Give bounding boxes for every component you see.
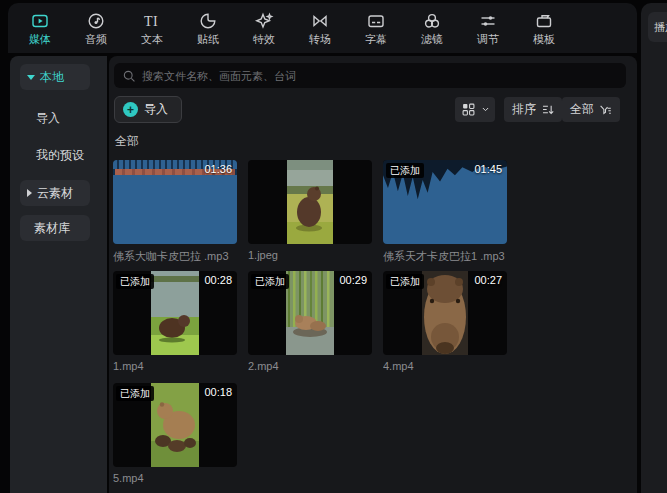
duration-label: 00:29 xyxy=(339,274,367,286)
file-name: 5.mp4 xyxy=(113,472,237,484)
search-input[interactable] xyxy=(142,70,618,82)
transition-icon xyxy=(310,11,330,31)
template-icon xyxy=(534,11,554,31)
file-name: 2.mp4 xyxy=(248,360,372,372)
view-mode-button[interactable] xyxy=(455,97,495,122)
player-panel: 播放器 xyxy=(641,3,667,493)
tab-label: 音频 xyxy=(85,34,107,45)
sidebar-item-my-presets[interactable]: 我的预设 xyxy=(36,147,84,164)
file-name: 1.mp4 xyxy=(113,360,237,372)
sidebar-item-label: 本地 xyxy=(40,69,64,86)
tab-text[interactable]: TI 文本 xyxy=(124,6,180,50)
player-panel-title: 播放器 xyxy=(654,20,667,35)
capybara-video-frame xyxy=(151,271,199,355)
media-library-panel: + 导入 排序 全部 xyxy=(109,56,637,493)
capybara-photo xyxy=(287,160,333,244)
tab-audio[interactable]: 音频 xyxy=(68,6,124,50)
capybara-video-frame xyxy=(422,271,468,355)
tab-label: 媒体 xyxy=(29,34,51,45)
tab-sticker[interactable]: 贴纸 xyxy=(180,6,236,50)
import-button-label: 导入 xyxy=(144,101,168,118)
sidebar-item-import[interactable]: 导入 xyxy=(36,110,60,127)
sticker-icon xyxy=(198,11,218,31)
tab-label: 模板 xyxy=(533,34,555,45)
duration-label: 01:45 xyxy=(474,163,502,175)
sort-icon xyxy=(541,103,554,116)
added-badge: 已添加 xyxy=(251,274,289,289)
tab-adjust[interactable]: 调节 xyxy=(460,6,516,50)
media-item-video-1[interactable]: 已添加 00:28 1.mp4 xyxy=(113,271,237,372)
sidebar-item-material-library[interactable]: 素材库 xyxy=(20,215,90,241)
media-item-image-1[interactable]: 1.jpeg xyxy=(248,160,372,261)
capybara-video-frame xyxy=(286,271,334,355)
sidebar-item-cloud-materials[interactable]: 云素材 xyxy=(20,180,90,206)
effects-icon xyxy=(254,11,274,31)
tab-captions[interactable]: 字幕 xyxy=(348,6,404,50)
section-label-all: 全部 xyxy=(115,133,139,150)
tab-effects[interactable]: 特效 xyxy=(236,6,292,50)
duration-label: 01:36 xyxy=(204,163,232,175)
media-item-video-3[interactable]: 已添加 00:27 4.mp4 xyxy=(383,271,507,372)
audio-waveform-thumbnail: 01:36 xyxy=(113,160,237,244)
captions-icon xyxy=(366,11,386,31)
media-icon xyxy=(30,11,50,31)
tab-label: 文本 xyxy=(141,34,163,45)
file-name: 1.jpeg xyxy=(248,249,372,261)
chevron-down-icon xyxy=(481,105,490,114)
tab-label: 转场 xyxy=(309,34,331,45)
added-badge: 已添加 xyxy=(386,163,424,178)
duration-label: 00:27 xyxy=(474,274,502,286)
media-item-audio-1[interactable]: 01:36 佛系大咖卡皮巴拉 .mp3 xyxy=(113,160,237,264)
player-panel-header: 播放器 xyxy=(648,12,667,42)
media-item-video-4[interactable]: 已添加 00:18 5.mp4 xyxy=(113,383,237,484)
added-badge: 已添加 xyxy=(386,274,424,289)
grid-view-icon xyxy=(461,102,476,117)
duration-label: 00:28 xyxy=(204,274,232,286)
tab-media[interactable]: 媒体 xyxy=(12,6,68,50)
image-thumbnail xyxy=(248,160,372,244)
top-toolbar: 媒体 音频 TI 文本 贴纸 xyxy=(8,3,637,53)
filter-icon xyxy=(422,11,442,31)
import-button[interactable]: + 导入 xyxy=(114,96,182,123)
audio-waveform-thumbnail: 已添加 01:45 xyxy=(383,160,507,244)
filter-all-button[interactable]: 全部 xyxy=(562,97,620,122)
capybara-video-frame xyxy=(151,383,199,467)
tab-transition[interactable]: 转场 xyxy=(292,6,348,50)
added-badge: 已添加 xyxy=(116,274,154,289)
media-item-video-2[interactable]: 已添加 00:29 2.mp4 xyxy=(248,271,372,372)
sidebar-item-label: 我的预设 xyxy=(36,148,84,162)
added-badge: 已添加 xyxy=(116,386,154,401)
adjust-icon xyxy=(478,11,498,31)
funnel-filter-icon xyxy=(599,103,612,116)
tab-label: 调节 xyxy=(477,34,499,45)
file-name: 4.mp4 xyxy=(383,360,507,372)
tab-label: 滤镜 xyxy=(421,34,443,45)
tab-templates[interactable]: 模板 xyxy=(516,6,572,50)
chevron-right-icon xyxy=(27,189,32,197)
app-window: 媒体 音频 TI 文本 贴纸 xyxy=(0,0,667,493)
tab-filters[interactable]: 滤镜 xyxy=(404,6,460,50)
sidebar-item-local[interactable]: 本地 xyxy=(20,64,90,90)
sort-button-label: 排序 xyxy=(512,101,536,118)
search-icon xyxy=(122,69,136,83)
sidebar-item-label: 导入 xyxy=(36,111,60,125)
svg-text:TI: TI xyxy=(144,14,158,29)
file-name: 佛系大咖卡皮巴拉 .mp3 xyxy=(113,249,237,264)
text-icon: TI xyxy=(142,11,162,31)
tab-label: 贴纸 xyxy=(197,34,219,45)
search-bar[interactable] xyxy=(114,63,626,88)
chevron-down-icon xyxy=(27,75,35,80)
plus-icon: + xyxy=(123,102,138,117)
media-item-audio-2[interactable]: 已添加 01:45 佛系天才卡皮巴拉1 .mp3 xyxy=(383,160,507,264)
sidebar: 本地 导入 我的预设 云素材 素材库 xyxy=(10,56,107,493)
file-name: 佛系天才卡皮巴拉1 .mp3 xyxy=(383,249,507,264)
sort-button[interactable]: 排序 xyxy=(504,97,562,122)
tab-label: 字幕 xyxy=(365,34,387,45)
audio-icon xyxy=(86,11,106,31)
tab-label: 特效 xyxy=(253,34,275,45)
sidebar-item-label: 云素材 xyxy=(37,185,73,202)
filter-button-label: 全部 xyxy=(570,101,594,118)
sidebar-item-label: 素材库 xyxy=(34,220,70,237)
duration-label: 00:18 xyxy=(204,386,232,398)
